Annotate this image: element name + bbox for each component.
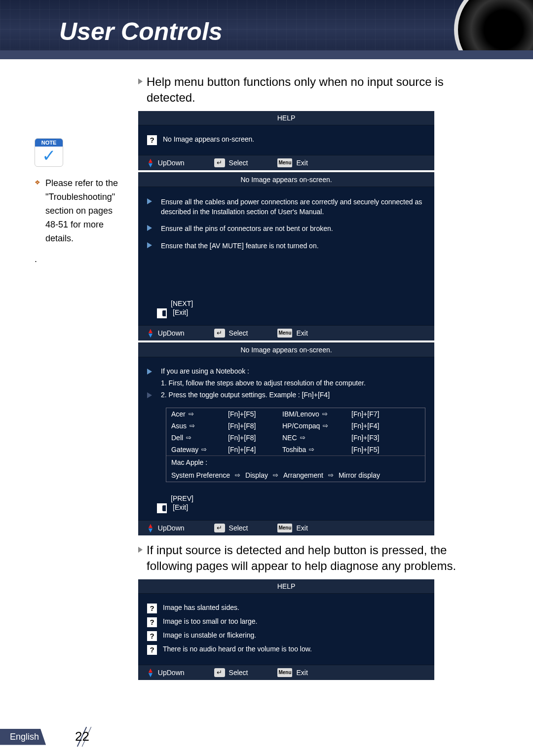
exit-link[interactable]: [Exit]	[173, 308, 188, 316]
nav-exit: Exit	[296, 669, 307, 677]
fn-key: [Fn]+[F5]	[223, 408, 277, 420]
nav-updown: UpDown	[158, 159, 185, 167]
sidebar: NOTE ✓ ❖ Please refer to the "Troublesho…	[35, 138, 123, 265]
page-header: User Controls	[0, 0, 533, 59]
language-tab: English	[0, 729, 46, 745]
nav-updown: UpDown	[158, 524, 185, 532]
fn-brand: HP/Compaq ⇨	[277, 420, 346, 432]
question-icon: ?	[147, 604, 157, 613]
osd-tips-panel: No Image appears on-screen. Ensure all t…	[138, 172, 434, 340]
fn-brand: Toshiba ⇨	[277, 444, 346, 455]
notebook-line: If you are using a Notebook :	[161, 367, 249, 375]
fn-key: [Fn]+[F5]	[346, 444, 401, 455]
intro-block-2: If input source is detected and help but…	[138, 542, 489, 574]
mac-label: Mac Apple :	[166, 455, 425, 469]
osd-nav-bar: ▲▼ UpDown ↵ Select Menu Exit	[138, 325, 434, 340]
fn-key: [Fn]+[F4]	[346, 420, 401, 432]
fn-key: [Fn]+[F8]	[223, 420, 277, 432]
osd-nav-bar: ▲▼ UpDown ↵ Select Menu Exit	[138, 520, 434, 535]
help-item: Image has slanted sides.	[163, 604, 239, 611]
question-icon: ?	[147, 631, 157, 641]
enter-icon: ↵	[214, 329, 225, 338]
help-item: Image is unstable or flickering.	[163, 631, 256, 639]
tip-1: Ensure all the cables and power connecti…	[161, 197, 425, 217]
question-icon: ?	[147, 135, 157, 145]
enter-icon: ↵	[214, 668, 225, 677]
intro-text-2: If input source is detected and help but…	[147, 542, 489, 574]
question-icon: ?	[147, 645, 157, 655]
play-bullet-icon	[147, 369, 152, 375]
intro-block-1: Help menu button functions only when no …	[138, 74, 489, 106]
updown-icon: ▲▼	[147, 524, 154, 532]
osd-notebook-panel: No Image appears on-screen. If you are u…	[138, 342, 434, 535]
checkmark-icon: ✓	[42, 147, 56, 164]
question-icon: ?	[147, 617, 157, 627]
exit-icon	[157, 308, 167, 318]
nav-updown: UpDown	[158, 329, 185, 337]
osd-nav-bar: ▲▼ UpDown ↵ Select Menu Exit	[138, 665, 434, 680]
exit-link[interactable]: [Exit]	[173, 503, 188, 511]
note-badge: NOTE ✓	[35, 138, 63, 167]
tip-2: Ensure all the pins of connectors are no…	[161, 224, 333, 233]
sidebar-tip: Please refer to the "Troubleshooting" se…	[45, 177, 123, 245]
next-link[interactable]: [NEXT]	[171, 300, 193, 307]
enter-icon: ↵	[214, 524, 225, 532]
updown-icon: ▲▼	[147, 158, 154, 167]
menu-icon: Menu	[277, 158, 292, 167]
nav-exit: Exit	[296, 159, 307, 167]
intro-text-1: Help menu button functions only when no …	[147, 74, 489, 106]
tip-3: Ensure that the [AV MUTE] feature is not…	[161, 241, 319, 251]
mac-path: System Preference⇨Display⇨Arrangement⇨Mi…	[166, 469, 425, 482]
exit-icon	[157, 503, 167, 513]
notebook-line2: 2. Press the toggle output settings. Exa…	[161, 391, 330, 399]
fn-brand: NEC ⇨	[277, 432, 346, 444]
nav-exit: Exit	[296, 329, 307, 337]
osd-subtitle: No Image appears on-screen.	[138, 172, 434, 187]
header-stripe	[0, 50, 533, 59]
fn-brand: IBM/Lenovo ⇨	[277, 408, 346, 420]
note-label: NOTE	[35, 139, 63, 147]
menu-icon: Menu	[277, 668, 292, 677]
updown-icon: ▲▼	[147, 668, 154, 677]
osd-title: HELP	[138, 111, 434, 125]
prev-link[interactable]: [PREV]	[171, 494, 193, 502]
diamond-icon: ❖	[35, 179, 40, 186]
play-bullet-icon	[147, 242, 152, 248]
play-bullet-icon	[147, 198, 152, 204]
osd-help-panel-2: HELP ?Image has slanted sides. ?Image is…	[138, 579, 434, 680]
menu-icon: Menu	[277, 329, 292, 338]
fn-brand: Dell ⇨	[166, 432, 223, 444]
osd-nav-bar: ▲▼ UpDown ↵ Select Menu Exit	[138, 155, 434, 170]
help-item: There is no audio heard or the volume is…	[163, 645, 312, 653]
osd-title: HELP	[138, 579, 434, 594]
triangle-bullet-icon	[138, 78, 143, 84]
osd-subtitle: No Image appears on-screen.	[138, 342, 434, 357]
triangle-bullet-icon	[138, 547, 143, 553]
fn-key-table: Acer ⇨[Fn]+[F5]IBM/Lenovo ⇨[Fn]+[F7]Asus…	[166, 408, 425, 482]
fn-key: [Fn]+[F3]	[346, 432, 401, 444]
fn-brand: Gateway ⇨	[166, 444, 223, 455]
fn-key: [Fn]+[F7]	[346, 408, 401, 420]
notebook-sub1: 1. First, follow the steps above to adju…	[161, 379, 425, 387]
nav-select: Select	[229, 669, 248, 677]
nav-select: Select	[229, 524, 248, 532]
menu-icon: Menu	[277, 524, 292, 532]
play-bullet-icon	[147, 392, 152, 398]
osd-help-panel-1: HELP ? No Image appears on-screen. ▲▼ Up…	[138, 111, 434, 170]
fn-key: [Fn]+[F4]	[223, 444, 277, 455]
page-number: 22	[75, 729, 89, 744]
updown-icon: ▲▼	[147, 329, 154, 338]
fn-brand: Acer ⇨	[166, 408, 223, 420]
help-item: Image is too small or too large.	[163, 617, 257, 625]
fn-brand: Asus ⇨	[166, 420, 223, 432]
nav-select: Select	[229, 159, 248, 167]
play-bullet-icon	[147, 225, 152, 231]
help-item: No Image appears on-screen.	[163, 135, 254, 143]
enter-icon: ↵	[214, 158, 225, 167]
nav-select: Select	[229, 329, 248, 337]
nav-exit: Exit	[296, 524, 307, 532]
nav-updown: UpDown	[158, 669, 185, 677]
header-title: User Controls	[59, 17, 223, 46]
fn-key: [Fn]+[F8]	[223, 432, 277, 444]
